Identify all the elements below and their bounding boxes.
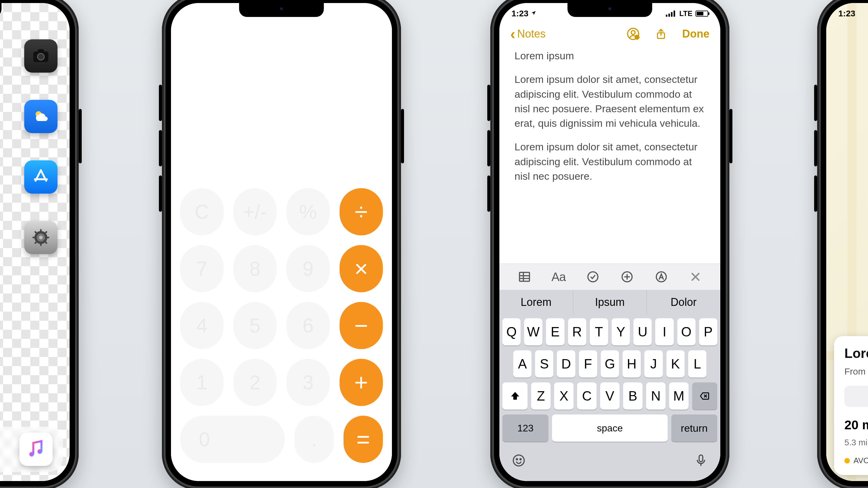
- key-k[interactable]: K: [666, 350, 685, 378]
- text-format-button[interactable]: Aa: [552, 270, 566, 284]
- markup-icon[interactable]: [654, 270, 668, 284]
- key-y[interactable]: Y: [612, 318, 630, 346]
- key-n[interactable]: N: [646, 382, 665, 410]
- key-b[interactable]: B: [623, 382, 643, 410]
- done-button[interactable]: Done: [682, 28, 709, 40]
- calc-percent-button[interactable]: %: [286, 188, 330, 235]
- share-button[interactable]: [654, 27, 668, 40]
- svg-point-6: [39, 236, 43, 239]
- camera-app-icon[interactable]: [24, 39, 58, 73]
- table-icon[interactable]: [518, 270, 531, 284]
- key-t[interactable]: T: [590, 318, 608, 346]
- maps-route-card[interactable]: Lorem From L 20 min 5.3 mi · AVOI: [834, 336, 868, 475]
- key-w[interactable]: W: [524, 318, 542, 346]
- key-p[interactable]: P: [699, 318, 717, 346]
- calc-plusminus-button[interactable]: +/-: [234, 188, 277, 235]
- key-l[interactable]: L: [688, 350, 706, 378]
- calc-plus-button[interactable]: +: [340, 359, 383, 406]
- back-button[interactable]: ‹ Notes: [510, 28, 546, 40]
- calc-9-button[interactable]: 9: [286, 245, 330, 292]
- calc-decimal-button[interactable]: .: [294, 416, 334, 463]
- key-z[interactable]: Z: [531, 382, 551, 410]
- backspace-icon: [699, 391, 710, 401]
- phone-home: [0, 0, 79, 488]
- key-i[interactable]: I: [655, 318, 673, 346]
- svg-point-38: [513, 455, 524, 466]
- back-label: Notes: [517, 28, 546, 40]
- settings-app-icon[interactable]: [24, 221, 58, 254]
- svg-rect-20: [674, 10, 675, 17]
- key-123[interactable]: 123: [502, 415, 549, 442]
- key-shift[interactable]: [502, 382, 528, 410]
- svg-point-22: [631, 31, 635, 34]
- suggestion-2[interactable]: Ipsum: [573, 290, 647, 315]
- phone-notes: 1:23 LTE ‹ Notes: [490, 0, 730, 488]
- key-s[interactable]: S: [535, 350, 553, 378]
- key-c[interactable]: C: [577, 382, 596, 410]
- key-h[interactable]: H: [623, 350, 641, 378]
- collaborate-button[interactable]: [626, 27, 640, 40]
- weather-app-icon[interactable]: [24, 100, 58, 133]
- checklist-icon[interactable]: [586, 270, 600, 284]
- calc-0-button[interactable]: 0: [180, 416, 285, 463]
- calc-8-button[interactable]: 8: [234, 245, 277, 292]
- key-a[interactable]: A: [513, 350, 531, 378]
- suggestion-1[interactable]: Lorem: [499, 290, 573, 315]
- svg-point-39: [516, 459, 518, 460]
- svg-point-16: [37, 449, 42, 454]
- calc-7-button[interactable]: 7: [180, 245, 224, 292]
- svg-rect-17: [666, 14, 668, 17]
- key-backspace[interactable]: [692, 382, 717, 410]
- svg-point-40: [520, 459, 521, 460]
- calc-1-button[interactable]: 1: [180, 359, 224, 406]
- suggestion-3[interactable]: Dolor: [647, 290, 720, 315]
- calc-divide-button[interactable]: ÷: [340, 188, 383, 235]
- calc-3-button[interactable]: 3: [286, 359, 330, 406]
- key-return[interactable]: return: [671, 415, 717, 442]
- key-m[interactable]: M: [669, 382, 688, 410]
- calc-4-button[interactable]: 4: [180, 302, 224, 349]
- calculator-app: C +/- % ÷ 7 8 9 × 4 5 6: [171, 3, 392, 481]
- dictation-button[interactable]: [694, 453, 708, 469]
- note-body[interactable]: Lorem ipsum Lorem ipsum dolor sit amet, …: [499, 45, 720, 263]
- key-v[interactable]: V: [600, 382, 620, 410]
- calc-2-button[interactable]: 2: [234, 359, 277, 406]
- key-u[interactable]: U: [633, 318, 652, 346]
- add-icon[interactable]: [620, 270, 634, 284]
- home-screen: [0, 3, 70, 481]
- music-app-icon[interactable]: [19, 433, 53, 466]
- calc-6-button[interactable]: 6: [286, 302, 330, 349]
- key-j[interactable]: J: [644, 350, 662, 378]
- svg-rect-25: [519, 272, 529, 281]
- calc-5-button[interactable]: 5: [234, 302, 277, 349]
- key-d[interactable]: D: [557, 350, 575, 378]
- key-e[interactable]: E: [546, 318, 564, 346]
- key-o[interactable]: O: [677, 318, 695, 346]
- phone-calculator: C +/- % ÷ 7 8 9 × 4 5 6: [162, 0, 401, 488]
- calc-clear-button[interactable]: C: [180, 188, 224, 235]
- keyboard-bottom-bar: [499, 448, 720, 481]
- key-g[interactable]: G: [601, 350, 619, 378]
- close-format-icon[interactable]: [688, 270, 703, 284]
- calc-multiply-button[interactable]: ×: [340, 245, 383, 292]
- emoji-button[interactable]: [512, 453, 526, 469]
- key-f[interactable]: F: [579, 350, 597, 378]
- svg-rect-19: [671, 12, 673, 17]
- appstore-app-icon[interactable]: [24, 160, 58, 194]
- calc-equals-button[interactable]: =: [343, 416, 383, 463]
- route-from: From L: [844, 366, 868, 377]
- svg-point-15: [29, 452, 34, 457]
- warning-dot-icon: [844, 458, 850, 463]
- key-x[interactable]: X: [554, 382, 574, 410]
- note-paragraph-1: Lorem ipsum dolor sit amet, consectetur …: [515, 72, 705, 130]
- status-network: LTE: [679, 9, 692, 18]
- keyboard: Q W E R T Y U I O P A S D: [499, 315, 720, 448]
- mode-drive[interactable]: [844, 386, 868, 407]
- maps-app: 1:23 Lorem From L 20 min: [826, 3, 868, 481]
- key-space[interactable]: space: [552, 415, 668, 442]
- calc-minus-button[interactable]: −: [340, 302, 383, 349]
- notes-app: 1:23 LTE ‹ Notes: [499, 3, 720, 481]
- location-icon: [531, 10, 536, 16]
- key-q[interactable]: Q: [502, 318, 521, 346]
- key-r[interactable]: R: [568, 318, 586, 346]
